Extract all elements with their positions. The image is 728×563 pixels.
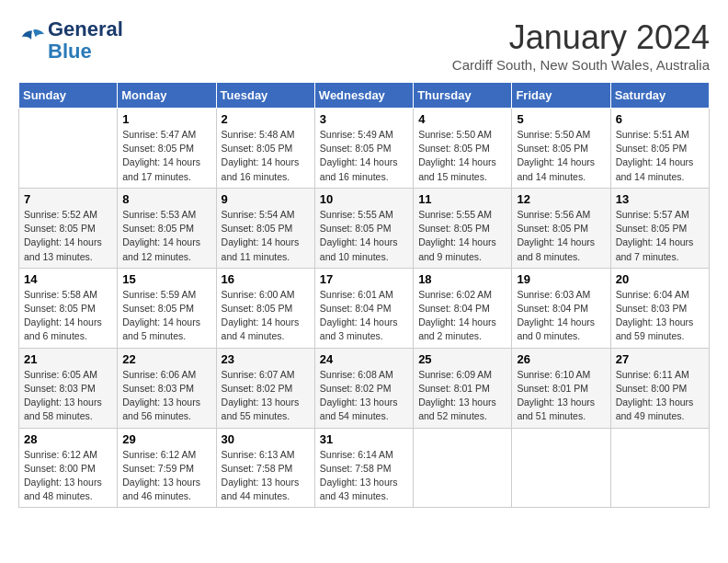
day-number: 18 bbox=[418, 272, 506, 286]
calendar-header-row: SundayMondayTuesdayWednesdayThursdayFrid… bbox=[19, 83, 710, 109]
logo-general-text: General bbox=[48, 17, 123, 40]
day-info: Sunrise: 5:50 AM Sunset: 8:05 PM Dayligh… bbox=[418, 128, 506, 184]
calendar-week-1: 7Sunrise: 5:52 AM Sunset: 8:05 PM Daylig… bbox=[19, 188, 710, 268]
day-info: Sunrise: 6:08 AM Sunset: 8:02 PM Dayligh… bbox=[320, 368, 408, 424]
calendar-cell: 11Sunrise: 5:55 AM Sunset: 8:05 PM Dayli… bbox=[414, 188, 512, 268]
day-number: 24 bbox=[320, 352, 408, 366]
day-number: 7 bbox=[24, 192, 112, 206]
calendar-cell: 29Sunrise: 6:12 AM Sunset: 7:59 PM Dayli… bbox=[118, 428, 216, 508]
page-header: General Blue January 2024 Cardiff South,… bbox=[18, 18, 710, 73]
day-info: Sunrise: 6:06 AM Sunset: 8:03 PM Dayligh… bbox=[122, 368, 210, 424]
day-info: Sunrise: 6:14 AM Sunset: 7:58 PM Dayligh… bbox=[320, 448, 408, 504]
calendar-week-4: 28Sunrise: 6:12 AM Sunset: 8:00 PM Dayli… bbox=[19, 428, 710, 508]
day-info: Sunrise: 6:10 AM Sunset: 8:01 PM Dayligh… bbox=[517, 368, 605, 424]
day-info: Sunrise: 5:56 AM Sunset: 8:05 PM Dayligh… bbox=[517, 208, 605, 264]
day-number: 31 bbox=[320, 432, 408, 446]
day-number: 19 bbox=[517, 272, 605, 286]
calendar-subtitle: Cardiff South, New South Wales, Australi… bbox=[452, 57, 710, 73]
calendar-cell: 24Sunrise: 6:08 AM Sunset: 8:02 PM Dayli… bbox=[314, 348, 413, 428]
day-info: Sunrise: 5:54 AM Sunset: 8:05 PM Dayligh… bbox=[222, 208, 310, 264]
calendar-cell bbox=[19, 109, 118, 189]
day-info: Sunrise: 5:57 AM Sunset: 8:05 PM Dayligh… bbox=[616, 208, 704, 264]
day-info: Sunrise: 5:51 AM Sunset: 8:05 PM Dayligh… bbox=[616, 128, 704, 184]
day-info: Sunrise: 5:58 AM Sunset: 8:05 PM Dayligh… bbox=[24, 288, 112, 344]
logo-blue-text: Blue bbox=[48, 40, 92, 63]
day-number: 23 bbox=[222, 352, 310, 366]
calendar-cell: 3Sunrise: 5:49 AM Sunset: 8:05 PM Daylig… bbox=[314, 109, 413, 189]
calendar-cell: 18Sunrise: 6:02 AM Sunset: 8:04 PM Dayli… bbox=[414, 268, 512, 348]
day-info: Sunrise: 6:09 AM Sunset: 8:01 PM Dayligh… bbox=[418, 368, 506, 424]
day-number: 4 bbox=[418, 112, 506, 126]
calendar-cell: 10Sunrise: 5:55 AM Sunset: 8:05 PM Dayli… bbox=[314, 188, 413, 268]
day-number: 25 bbox=[418, 352, 506, 366]
calendar-cell: 12Sunrise: 5:56 AM Sunset: 8:05 PM Dayli… bbox=[512, 188, 610, 268]
header-thursday: Thursday bbox=[414, 83, 512, 109]
calendar-cell: 19Sunrise: 6:03 AM Sunset: 8:04 PM Dayli… bbox=[512, 268, 610, 348]
day-info: Sunrise: 5:49 AM Sunset: 8:05 PM Dayligh… bbox=[320, 128, 408, 184]
calendar-cell: 1Sunrise: 5:47 AM Sunset: 8:05 PM Daylig… bbox=[118, 109, 216, 189]
day-info: Sunrise: 5:52 AM Sunset: 8:05 PM Dayligh… bbox=[24, 208, 112, 264]
day-number: 27 bbox=[616, 352, 704, 366]
calendar-cell: 21Sunrise: 6:05 AM Sunset: 8:03 PM Dayli… bbox=[19, 348, 118, 428]
calendar-cell: 20Sunrise: 6:04 AM Sunset: 8:03 PM Dayli… bbox=[610, 268, 709, 348]
header-sunday: Sunday bbox=[19, 83, 118, 109]
day-info: Sunrise: 6:11 AM Sunset: 8:00 PM Dayligh… bbox=[616, 368, 704, 424]
day-number: 28 bbox=[24, 432, 112, 446]
day-info: Sunrise: 5:55 AM Sunset: 8:05 PM Dayligh… bbox=[320, 208, 408, 264]
header-saturday: Saturday bbox=[610, 83, 709, 109]
calendar-week-0: 1Sunrise: 5:47 AM Sunset: 8:05 PM Daylig… bbox=[19, 109, 710, 189]
calendar-cell: 8Sunrise: 5:53 AM Sunset: 8:05 PM Daylig… bbox=[118, 188, 216, 268]
title-block: January 2024 Cardiff South, New South Wa… bbox=[452, 18, 710, 73]
logo-bird-icon bbox=[20, 26, 46, 52]
calendar-cell: 13Sunrise: 5:57 AM Sunset: 8:05 PM Dayli… bbox=[610, 188, 709, 268]
day-number: 13 bbox=[616, 192, 704, 206]
calendar-cell: 26Sunrise: 6:10 AM Sunset: 8:01 PM Dayli… bbox=[512, 348, 610, 428]
day-info: Sunrise: 5:47 AM Sunset: 8:05 PM Dayligh… bbox=[122, 128, 210, 184]
calendar-cell: 5Sunrise: 5:50 AM Sunset: 8:05 PM Daylig… bbox=[512, 109, 610, 189]
day-info: Sunrise: 5:55 AM Sunset: 8:05 PM Dayligh… bbox=[418, 208, 506, 264]
day-number: 30 bbox=[222, 432, 310, 446]
calendar-cell: 17Sunrise: 6:01 AM Sunset: 8:04 PM Dayli… bbox=[314, 268, 413, 348]
day-number: 10 bbox=[320, 192, 408, 206]
day-number: 8 bbox=[122, 192, 210, 206]
day-info: Sunrise: 5:50 AM Sunset: 8:05 PM Dayligh… bbox=[517, 128, 605, 184]
day-info: Sunrise: 6:03 AM Sunset: 8:04 PM Dayligh… bbox=[517, 288, 605, 344]
calendar-cell: 25Sunrise: 6:09 AM Sunset: 8:01 PM Dayli… bbox=[414, 348, 512, 428]
day-number: 15 bbox=[122, 272, 210, 286]
calendar-cell: 4Sunrise: 5:50 AM Sunset: 8:05 PM Daylig… bbox=[414, 109, 512, 189]
day-info: Sunrise: 6:02 AM Sunset: 8:04 PM Dayligh… bbox=[418, 288, 506, 344]
header-tuesday: Tuesday bbox=[216, 83, 314, 109]
day-info: Sunrise: 5:59 AM Sunset: 8:05 PM Dayligh… bbox=[122, 288, 210, 344]
calendar-title: January 2024 bbox=[452, 18, 710, 57]
day-info: Sunrise: 6:12 AM Sunset: 7:59 PM Dayligh… bbox=[122, 448, 210, 504]
day-number: 20 bbox=[616, 272, 704, 286]
day-number: 29 bbox=[122, 432, 210, 446]
day-info: Sunrise: 5:48 AM Sunset: 8:05 PM Dayligh… bbox=[222, 128, 310, 184]
header-wednesday: Wednesday bbox=[314, 83, 413, 109]
day-number: 12 bbox=[517, 192, 605, 206]
day-number: 1 bbox=[122, 112, 210, 126]
calendar-cell bbox=[512, 428, 610, 508]
day-number: 11 bbox=[418, 192, 506, 206]
day-number: 26 bbox=[517, 352, 605, 366]
day-info: Sunrise: 5:53 AM Sunset: 8:05 PM Dayligh… bbox=[122, 208, 210, 264]
day-number: 6 bbox=[616, 112, 704, 126]
calendar-cell: 23Sunrise: 6:07 AM Sunset: 8:02 PM Dayli… bbox=[216, 348, 314, 428]
day-info: Sunrise: 6:04 AM Sunset: 8:03 PM Dayligh… bbox=[616, 288, 704, 344]
calendar-cell: 16Sunrise: 6:00 AM Sunset: 8:05 PM Dayli… bbox=[216, 268, 314, 348]
calendar-cell bbox=[610, 428, 709, 508]
calendar-cell: 28Sunrise: 6:12 AM Sunset: 8:00 PM Dayli… bbox=[19, 428, 118, 508]
header-friday: Friday bbox=[512, 83, 610, 109]
day-info: Sunrise: 6:05 AM Sunset: 8:03 PM Dayligh… bbox=[24, 368, 112, 424]
day-number: 14 bbox=[24, 272, 112, 286]
calendar-cell bbox=[414, 428, 512, 508]
calendar-cell: 27Sunrise: 6:11 AM Sunset: 8:00 PM Dayli… bbox=[610, 348, 709, 428]
logo: General Blue bbox=[18, 18, 123, 63]
day-info: Sunrise: 6:01 AM Sunset: 8:04 PM Dayligh… bbox=[320, 288, 408, 344]
day-info: Sunrise: 6:12 AM Sunset: 8:00 PM Dayligh… bbox=[24, 448, 112, 504]
calendar-cell: 14Sunrise: 5:58 AM Sunset: 8:05 PM Dayli… bbox=[19, 268, 118, 348]
day-number: 22 bbox=[122, 352, 210, 366]
calendar-cell: 15Sunrise: 5:59 AM Sunset: 8:05 PM Dayli… bbox=[118, 268, 216, 348]
calendar-cell: 22Sunrise: 6:06 AM Sunset: 8:03 PM Dayli… bbox=[118, 348, 216, 428]
day-info: Sunrise: 6:07 AM Sunset: 8:02 PM Dayligh… bbox=[222, 368, 310, 424]
